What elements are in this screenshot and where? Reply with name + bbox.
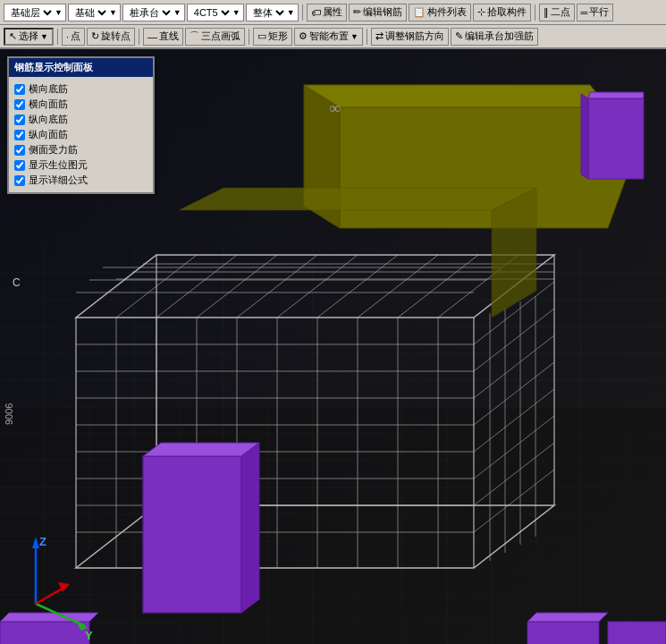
rebar-label-3: 纵向面筋 [29, 128, 68, 141]
line-btn[interactable]: — 直线 [143, 28, 183, 46]
svg-marker-88 [241, 443, 259, 613]
element-select[interactable]: 4CT5 [190, 6, 232, 19]
dot-label: 点 [71, 30, 80, 43]
property-btn[interactable]: 🏷 属性 [307, 4, 347, 21]
rebar-label-6: 显示详细公式 [29, 174, 88, 187]
sep3 [57, 29, 58, 45]
rebar-label-2: 纵向底筋 [29, 113, 68, 126]
line-label: 直线 [159, 30, 179, 43]
select-label: 选择 [19, 30, 38, 43]
pilecap-select[interactable]: 桩承台 [126, 6, 173, 19]
toolbar-row2: ↖ 选择 ▼ · 点 ↻ 旋转点 — 直线 ⌒ 三点画弧 ▭ 矩形 ⚙ 智能布置 [0, 25, 666, 48]
svg-marker-90 [527, 613, 608, 622]
arc-btn[interactable]: ⌒ 三点画弧 [185, 28, 245, 46]
edit-rebar-btn[interactable]: ✏ 编辑钢筋 [349, 4, 407, 21]
rebar-label-4: 侧面受力筋 [29, 143, 78, 157]
select-chevron: ▼ [40, 32, 48, 41]
rect-label: 矩形 [268, 30, 288, 43]
steel-panel-title: 钢筋显示控制面板 [9, 58, 153, 77]
arc-icon: ⌒ [190, 30, 199, 43]
edit-cap-label: 编辑承台加强筋 [465, 30, 534, 43]
pilecap-dropdown[interactable]: 桩承台 ▼ [122, 4, 185, 21]
svg-rect-86 [143, 456, 241, 613]
component-list-label: 构件列表 [427, 5, 467, 19]
rebar-check-4[interactable] [14, 145, 25, 156]
svg-marker-93 [0, 613, 98, 622]
rebar-item-5: 显示生位图元 [14, 158, 148, 172]
smart-label: 智能布置 [309, 30, 349, 43]
svg-marker-94 [179, 188, 536, 210]
component-list-btn[interactable]: 📋 构件列表 [409, 4, 471, 21]
rect-icon: ▭ [257, 30, 266, 42]
rebar-check-6[interactable] [14, 175, 25, 186]
svg-rect-33 [588, 98, 644, 179]
rebar-item-6: 显示详细公式 [14, 174, 148, 187]
rotate-icon: ↻ [91, 30, 99, 42]
rebar-check-2[interactable] [14, 114, 25, 125]
svg-rect-1 [0, 407, 666, 644]
sep5 [249, 29, 249, 45]
two-point-btn[interactable]: ‖ 二点 [539, 4, 575, 21]
smart-arrange-btn[interactable]: ⚙ 智能布置 ▼ [294, 28, 363, 46]
foundation-dropdown[interactable]: 基础 ▼ [68, 4, 121, 21]
rebar-check-3[interactable] [14, 130, 25, 140]
select-btn[interactable]: ↖ 选择 ▼ [4, 28, 54, 46]
main-viewport[interactable]: ∞ Z Y 9006 C 钢筋显示控制面板 横向底筋 横向面筋 [0, 49, 666, 644]
edit-rebar-label: 编辑钢筋 [363, 5, 402, 19]
parallel-label: 平行 [589, 5, 609, 19]
z-axis-label: Z [39, 535, 46, 548]
tag-icon: 🏷 [311, 7, 321, 18]
y-coord-value: 9006 [4, 403, 14, 425]
rebar-item-2: 纵向底筋 [14, 113, 148, 126]
adjust-rebar-btn[interactable]: ⇄ 调整钢筋方向 [371, 28, 449, 46]
rotate-label: 旋转点 [101, 30, 131, 43]
svg-marker-32 [304, 85, 608, 107]
layer-select[interactable]: 基础层 [7, 6, 55, 19]
svg-marker-34 [588, 92, 644, 98]
svg-marker-35 [581, 94, 588, 179]
element-dropdown[interactable]: 4CT5 ▼ [187, 4, 244, 21]
rotate-btn[interactable]: ↻ 旋转点 [87, 28, 135, 46]
two-point-label: 二点 [551, 5, 570, 19]
steel-panel: 钢筋显示控制面板 横向底筋 横向面筋 纵向底筋 纵向面筋 侧面受力筋 [7, 56, 155, 194]
adjust-icon: ⇄ [375, 30, 384, 42]
rect-btn[interactable]: ▭ 矩形 [253, 28, 292, 46]
pick-icon: ⊹ [477, 6, 485, 18]
rebar-label-1: 横向面筋 [29, 97, 68, 111]
property-label: 属性 [323, 5, 342, 19]
c-marker: C [13, 276, 21, 289]
cursor-icon: ↖ [9, 30, 17, 42]
parallel-icon: ═ [581, 7, 588, 18]
steel-panel-content: 横向底筋 横向面筋 纵向底筋 纵向面筋 侧面受力筋 显示生位图元 [9, 77, 153, 192]
dot-icon: · [66, 31, 69, 42]
list-icon: 📋 [413, 6, 426, 18]
rebar-label-5: 显示生位图元 [29, 158, 88, 172]
sep6 [367, 29, 367, 45]
arc-label: 三点画弧 [201, 30, 240, 43]
rebar-check-0[interactable] [14, 84, 25, 95]
rebar-check-5[interactable] [14, 160, 25, 171]
edit-icon: ✏ [353, 6, 361, 18]
pick-component-btn[interactable]: ⊹ 拾取构件 [473, 4, 531, 21]
rebar-item-0: 横向底筋 [14, 82, 148, 96]
rebar-item-3: 纵向面筋 [14, 128, 148, 141]
sep2 [535, 4, 535, 21]
coord-marker: ∞ [329, 99, 341, 117]
svg-marker-87 [143, 443, 259, 456]
view-select[interactable]: 整体 [249, 6, 287, 19]
sep1 [302, 4, 303, 21]
adjust-label: 调整钢筋方向 [385, 30, 444, 43]
foundation-select[interactable]: 基础 [72, 6, 109, 19]
line-icon: — [148, 31, 157, 42]
rebar-check-1[interactable] [14, 99, 25, 110]
view-dropdown[interactable]: 整体 ▼ [246, 4, 299, 21]
smart-icon: ⚙ [299, 30, 308, 42]
parallel-btn[interactable]: ═ 平行 [577, 4, 614, 21]
edit-cap-btn[interactable]: ✎ 编辑承台加强筋 [451, 28, 538, 46]
svg-rect-92 [0, 622, 89, 644]
svg-rect-89 [527, 622, 599, 644]
rebar-label-0: 横向底筋 [29, 82, 68, 96]
toolbar-area: 基础层 ▼ 基础 ▼ 桩承台 ▼ 4CT5 ▼ 整体 ▼ [0, 0, 666, 49]
layer-dropdown[interactable]: 基础层 ▼ [4, 4, 66, 21]
dot-btn[interactable]: · 点 [62, 28, 85, 46]
